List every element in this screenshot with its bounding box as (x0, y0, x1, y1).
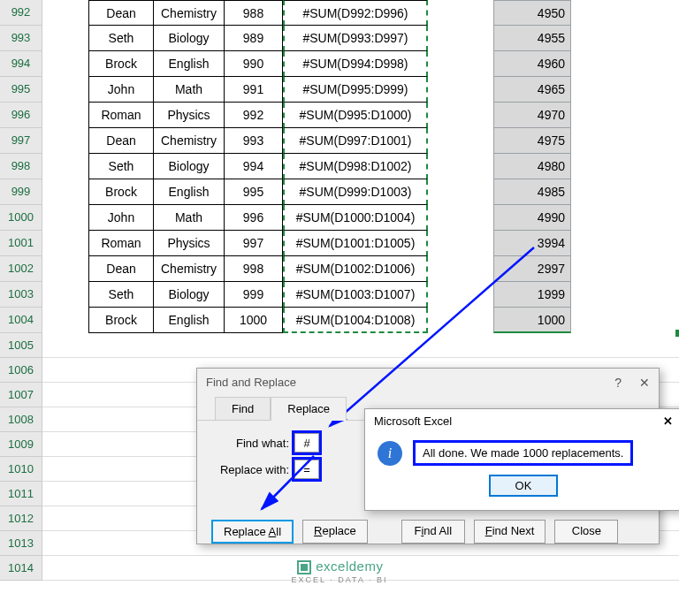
close-icon[interactable]: ✕ (663, 414, 673, 428)
cell[interactable]: 1000 (493, 308, 571, 333)
cell[interactable]: Dean (88, 0, 154, 26)
row-header[interactable]: 993 (0, 26, 42, 51)
cell[interactable]: #SUM(D994:D998) (283, 51, 428, 77)
row-header[interactable]: 997 (0, 128, 42, 154)
replace-button[interactable]: Replace (302, 520, 368, 544)
cell[interactable]: 4965 (493, 77, 571, 103)
row-header[interactable]: 1008 (0, 407, 42, 432)
cell[interactable]: 3994 (493, 231, 571, 256)
cell[interactable]: Seth (88, 26, 154, 51)
replace-all-button[interactable]: Replace All (211, 520, 294, 544)
cell[interactable]: 990 (225, 51, 283, 77)
row-header[interactable]: 1000 (0, 205, 42, 231)
cell[interactable]: Chemistry (154, 256, 225, 282)
cell[interactable]: 994 (225, 154, 283, 179)
cell[interactable]: Physics (154, 231, 225, 256)
cell[interactable]: #SUM(D1000:D1004) (283, 205, 428, 231)
row-header[interactable]: 1005 (0, 333, 42, 358)
cell[interactable]: #SUM(D997:D1001) (283, 128, 428, 154)
cell[interactable]: English (154, 308, 225, 333)
cell[interactable]: #SUM(D1004:D1008) (283, 308, 428, 333)
replace-with-input[interactable] (294, 460, 319, 479)
cell[interactable]: English (154, 179, 225, 205)
row-header[interactable]: 992 (0, 0, 42, 26)
row-header[interactable]: 1006 (0, 358, 42, 383)
cell[interactable]: Math (154, 77, 225, 103)
cell[interactable]: 997 (225, 231, 283, 256)
row-header[interactable]: 1009 (0, 432, 42, 457)
cell[interactable]: #SUM(D992:D996) (283, 0, 428, 26)
cell[interactable]: Chemistry (154, 0, 225, 26)
cell[interactable]: 4970 (493, 103, 571, 128)
cell[interactable]: 999 (225, 282, 283, 308)
row-header[interactable]: 994 (0, 51, 42, 77)
cell[interactable]: Brock (88, 308, 154, 333)
tab-find[interactable]: Find (215, 397, 271, 421)
cell[interactable]: Roman (88, 231, 154, 256)
row-header[interactable]: 996 (0, 103, 42, 128)
cell[interactable]: Biology (154, 26, 225, 51)
cell[interactable]: Roman (88, 103, 154, 128)
cell[interactable]: 988 (225, 0, 283, 26)
find-all-button[interactable]: Find All (401, 520, 465, 544)
find-next-button[interactable]: Find Next (474, 520, 546, 544)
cell[interactable]: 1000 (225, 308, 283, 333)
cell[interactable]: Biology (154, 282, 225, 308)
cell[interactable]: 4955 (493, 26, 571, 51)
close-icon[interactable]: ✕ (639, 376, 650, 390)
cell[interactable]: 4960 (493, 51, 571, 77)
cell[interactable]: #SUM(D999:D1003) (283, 179, 428, 205)
close-button[interactable]: Close (554, 520, 618, 544)
row-header[interactable]: 1013 (0, 531, 42, 556)
cell[interactable]: English (154, 51, 225, 77)
help-icon[interactable]: ? (614, 376, 622, 390)
cell[interactable]: 1999 (493, 282, 571, 308)
cell[interactable]: Dean (88, 256, 154, 282)
row-header[interactable]: 999 (0, 179, 42, 205)
row-header[interactable]: 1001 (0, 231, 42, 256)
cell[interactable]: 4950 (493, 0, 571, 26)
cell[interactable]: Seth (88, 282, 154, 308)
cell[interactable]: 4975 (493, 128, 571, 154)
cell[interactable]: 4980 (493, 154, 571, 179)
cell[interactable]: #SUM(D995:D1000) (283, 103, 428, 128)
row-header[interactable]: 1010 (0, 457, 42, 482)
cell[interactable]: 996 (225, 205, 283, 231)
row-header[interactable]: 1002 (0, 256, 42, 282)
row-header[interactable]: 1007 (0, 383, 42, 407)
cell[interactable]: Brock (88, 51, 154, 77)
row-header[interactable]: 1011 (0, 482, 42, 506)
row-header[interactable]: 1004 (0, 308, 42, 333)
row-header[interactable]: 1012 (0, 506, 42, 531)
cell[interactable]: 995 (225, 179, 283, 205)
cell[interactable]: John (88, 205, 154, 231)
tab-replace[interactable]: Replace (271, 397, 347, 421)
cell[interactable]: #SUM(D993:D997) (283, 26, 428, 51)
cell[interactable]: #SUM(D1003:D1007) (283, 282, 428, 308)
cell[interactable]: #SUM(D995:D999) (283, 77, 428, 103)
find-what-input[interactable] (294, 433, 319, 452)
cell[interactable]: Seth (88, 154, 154, 179)
cell[interactable]: Physics (154, 103, 225, 128)
cell[interactable]: 991 (225, 77, 283, 103)
cell[interactable]: Chemistry (154, 128, 225, 154)
cell[interactable]: 4985 (493, 179, 571, 205)
cell[interactable]: 998 (225, 256, 283, 282)
row-header[interactable]: 998 (0, 154, 42, 179)
cell[interactable]: 4990 (493, 205, 571, 231)
cell[interactable]: #SUM(D1002:D1006) (283, 256, 428, 282)
cell[interactable]: #SUM(D1001:D1005) (283, 231, 428, 256)
cell[interactable]: #SUM(D998:D1002) (283, 154, 428, 179)
cell[interactable]: 989 (225, 26, 283, 51)
cell[interactable]: Math (154, 205, 225, 231)
cell[interactable]: 993 (225, 128, 283, 154)
cell[interactable]: 992 (225, 103, 283, 128)
cell[interactable]: Biology (154, 154, 225, 179)
cell[interactable]: John (88, 77, 154, 103)
cell[interactable]: Dean (88, 128, 154, 154)
cell[interactable]: Brock (88, 179, 154, 205)
row-header[interactable]: 995 (0, 77, 42, 103)
ok-button[interactable]: OK (489, 475, 559, 497)
cell[interactable]: 2997 (493, 256, 571, 282)
row-header[interactable]: 1003 (0, 282, 42, 308)
